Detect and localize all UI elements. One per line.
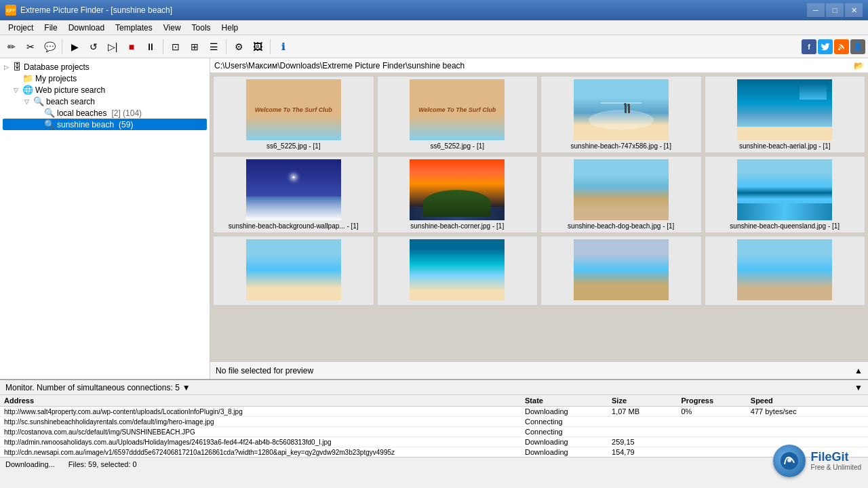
- tree-item-local-beaches[interactable]: 🔍 local beaches [2] (104): [3, 107, 207, 119]
- facebook-button[interactable]: f: [802, 39, 816, 54]
- image-cell-9[interactable]: [377, 236, 538, 306]
- image-cell-2[interactable]: sunshine-beach-747x586.jpg - [1]: [540, 76, 702, 153]
- menu-templates[interactable]: Templates: [110, 22, 158, 34]
- web-icon: 🌐: [22, 85, 33, 95]
- tree-item-web-picture-search[interactable]: ▽ 🌐 Web picture search: [3, 84, 207, 96]
- row-state: Downloading: [521, 447, 608, 458]
- filegit-logo: FileGit Free & Unlimited: [773, 445, 861, 477]
- preview-collapse-icon[interactable]: ▲: [854, 366, 863, 375]
- row-state: Downloading: [521, 407, 608, 417]
- status-bar: Downloading... Files: 59, selected: 0 Fi…: [0, 457, 868, 470]
- window-controls[interactable]: ─ □ ✕: [807, 3, 863, 17]
- menu-file[interactable]: File: [39, 22, 62, 34]
- svg-text:EPF: EPF: [6, 8, 16, 13]
- tree-label-sunshine-beach: sunshine beach: [57, 120, 114, 129]
- edit-button[interactable]: ✏: [3, 38, 20, 56]
- image-cell-4[interactable]: sunshine-beach-background-wallpap... - […: [213, 156, 374, 233]
- minimize-button[interactable]: ─: [807, 3, 825, 17]
- info-button[interactable]: ℹ: [274, 38, 292, 56]
- main-area: ▷ 🗄 Database projects 📁 My projects ▽ 🌐 …: [0, 58, 868, 379]
- menu-project[interactable]: Project: [3, 22, 39, 34]
- image-cell-6[interactable]: sunshine-beach-dog-beach.jpg - [1]: [540, 156, 702, 233]
- tree-item-my-projects[interactable]: 📁 My projects: [3, 73, 207, 84]
- svg-rect-7: [628, 106, 630, 113]
- title-bar: EPF Extreme Picture Finder - [sunshine b…: [0, 0, 868, 20]
- col-progress: Progress: [677, 395, 746, 407]
- svg-rect-5: [625, 105, 627, 113]
- image-label-4: sunshine-beach-background-wallpap... - […: [229, 222, 359, 230]
- image-cell-10[interactable]: [540, 236, 702, 306]
- stop-button[interactable]: ■: [123, 38, 140, 56]
- preview-status: No file selected for preview: [216, 366, 313, 375]
- twitter-button[interactable]: [818, 39, 833, 54]
- filegit-name: FileGit: [811, 451, 861, 464]
- image-cell-1[interactable]: Welcome To The Surf Club ss6_5252.jpg - …: [377, 76, 538, 153]
- col-speed: Speed: [747, 395, 868, 407]
- maximize-button[interactable]: □: [826, 3, 844, 17]
- image-cell-7[interactable]: sunshine-beach-queensland.jpg - [1]: [705, 156, 866, 233]
- svg-point-6: [624, 103, 627, 106]
- gear-button[interactable]: ⚙: [230, 38, 248, 56]
- download-row[interactable]: http://sc.sunshinebeachholidayrentals.co…: [0, 417, 868, 427]
- tree-item-beach-search[interactable]: ▽ 🔍 beach search: [3, 96, 207, 107]
- row-progress: [677, 437, 746, 447]
- path-bar: C:\Users\Максим\Downloads\Extreme Pictur…: [210, 58, 868, 73]
- grid-button[interactable]: ⊞: [186, 38, 203, 56]
- cut-button[interactable]: ✂: [22, 38, 39, 56]
- next-button[interactable]: ▷|: [104, 38, 121, 56]
- image-cell-8[interactable]: [213, 236, 374, 306]
- list-button[interactable]: ☰: [205, 38, 222, 56]
- tree-badge-local-beaches: [2] (104): [111, 108, 142, 118]
- row-progress: [677, 427, 746, 437]
- play-button[interactable]: ▶: [66, 38, 83, 56]
- tree-label-beach-search: beach search: [46, 97, 95, 106]
- monitor-dropdown[interactable]: ▼: [182, 383, 191, 392]
- app-title: Extreme Picture Finder - [sunshine beach…: [20, 5, 172, 15]
- database-icon: 🗄: [13, 62, 22, 72]
- col-size: Size: [608, 395, 677, 407]
- expand-icon-3: ▽: [14, 87, 20, 94]
- image-grid: Welcome To The Surf Club ss6_5225.jpg - …: [210, 73, 868, 361]
- download-row[interactable]: http://cdn.newsapi.com.au/image/v1/6597d…: [0, 447, 868, 458]
- refresh-button[interactable]: ↺: [85, 38, 102, 56]
- thumbnail-4: [246, 159, 341, 220]
- app-icon: EPF: [5, 5, 16, 16]
- row-speed: 477 bytes/sec: [747, 407, 868, 417]
- image-cell-11[interactable]: [705, 236, 866, 306]
- thumbnail-7: [737, 159, 832, 220]
- thumbnail-2: [574, 79, 669, 140]
- row-state: Connecting: [521, 417, 608, 427]
- titlebar-left: EPF Extreme Picture Finder - [sunshine b…: [5, 5, 172, 16]
- tree-label-database-projects: Database projects: [24, 62, 90, 72]
- row-state: Connecting: [521, 427, 608, 437]
- row-progress: 0%: [677, 407, 746, 417]
- thumbnail-9: [410, 239, 505, 300]
- monitor-collapse-icon[interactable]: ▼: [854, 383, 863, 392]
- row-address: http://cdn.newsapi.com.au/image/v1/6597d…: [0, 447, 521, 458]
- image-button[interactable]: 🖼: [249, 38, 267, 56]
- thumbnail-0: Welcome To The Surf Club: [246, 79, 341, 140]
- tree-item-database-projects[interactable]: ▷ 🗄 Database projects: [3, 61, 207, 73]
- menu-download[interactable]: Download: [63, 22, 110, 34]
- row-speed: [747, 417, 868, 427]
- status-left: Downloading...: [5, 460, 55, 468]
- monitor-label: Monitor. Number of simultaneous connecti…: [5, 383, 180, 392]
- tree-item-sunshine-beach[interactable]: 🔍 sunshine beach (59): [3, 119, 207, 130]
- row-address: http://costanova.com.au/sc/default/img/S…: [0, 427, 521, 437]
- download-row[interactable]: http://costanova.com.au/sc/default/img/S…: [0, 427, 868, 437]
- image-cell-5[interactable]: sunshine-beach-corner.jpg - [1]: [377, 156, 538, 233]
- download-button[interactable]: ⊡: [167, 38, 184, 56]
- close-button[interactable]: ✕: [845, 3, 863, 17]
- menu-tools[interactable]: Tools: [186, 22, 216, 34]
- menu-view[interactable]: View: [158, 22, 186, 34]
- menu-help[interactable]: Help: [216, 22, 244, 34]
- image-cell-3[interactable]: sunshine-beach-aerial.jpg - [1]: [705, 76, 866, 153]
- svg-point-10: [787, 458, 791, 462]
- rss-button[interactable]: [834, 39, 849, 54]
- image-cell-0[interactable]: Welcome To The Surf Club ss6_5225.jpg - …: [213, 76, 374, 153]
- download-row[interactable]: http://admin.rwnoosaholidays.com.au/Uplo…: [0, 437, 868, 447]
- pause-button[interactable]: ⏸: [142, 38, 159, 56]
- user-button[interactable]: 👤: [850, 39, 865, 54]
- download-row[interactable]: http://www.salt4property.com.au/wp-conte…: [0, 407, 868, 417]
- comment-button[interactable]: 💬: [41, 38, 58, 56]
